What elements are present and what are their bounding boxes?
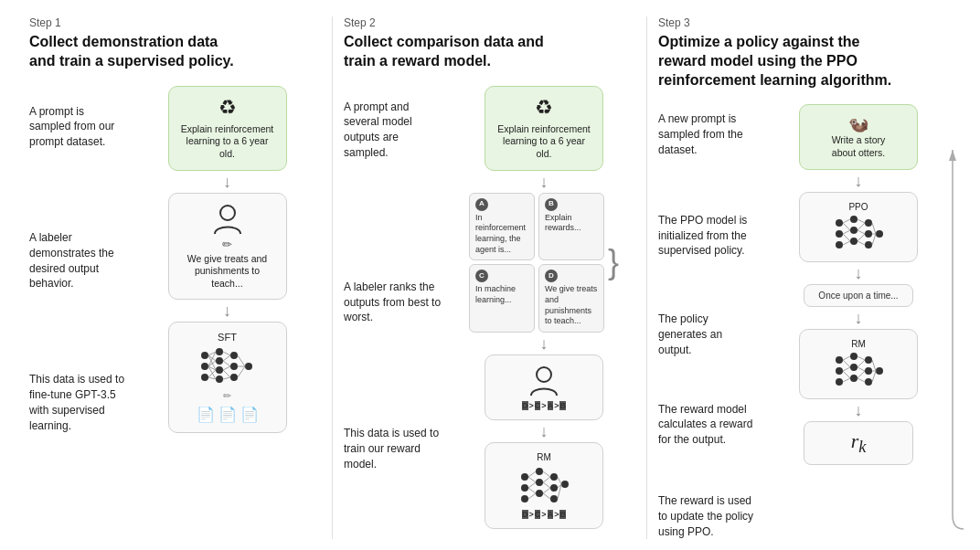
- step3-flow-wrapper: 🦦 Write a storyabout otters. ↓ PPO: [766, 104, 951, 539]
- step3-prompt-card: 🦦 Write a storyabout otters.: [799, 104, 918, 169]
- rm-label: RM: [537, 452, 551, 462]
- svg-line-26: [223, 377, 230, 379]
- svg-point-84: [865, 367, 872, 375]
- step1-label: Step 1: [29, 16, 322, 29]
- ppo-label: PPO: [848, 202, 868, 212]
- svg-point-60: [865, 219, 872, 227]
- step3-title: Optimize a policy against thereward mode…: [658, 33, 951, 90]
- svg-line-29: [238, 366, 245, 377]
- svg-line-27: [238, 355, 245, 366]
- svg-point-62: [865, 241, 872, 249]
- svg-line-92: [858, 356, 865, 360]
- svg-point-8: [230, 352, 238, 359]
- pencil-icon: ✏: [222, 238, 232, 251]
- svg-line-89: [843, 367, 850, 371]
- svg-line-90: [843, 371, 850, 378]
- output-C: C In machine learning...: [469, 264, 535, 333]
- svg-point-11: [245, 363, 252, 370]
- svg-point-56: [836, 241, 843, 249]
- svg-point-81: [850, 364, 858, 371]
- step1-person-label: We give treats andpunishments to teach..…: [180, 253, 275, 291]
- svg-point-85: [865, 378, 872, 386]
- svg-line-23: [223, 361, 230, 366]
- step2-person-card: D > C > A > B: [485, 354, 603, 420]
- svg-line-19: [208, 370, 216, 377]
- step3-ppo-card: PPO: [799, 192, 918, 262]
- svg-line-46: [543, 471, 550, 477]
- step2-text3: This data is used to train our reward mo…: [344, 426, 444, 471]
- svg-point-59: [850, 238, 858, 245]
- step3-arrow2: ↓: [855, 265, 863, 281]
- svg-line-64: [843, 219, 850, 223]
- svg-line-44: [528, 488, 536, 493]
- step3-label: Step 3: [658, 16, 951, 29]
- step1-person-card: ✏ We give treats andpunishments to teach…: [168, 193, 287, 301]
- svg-line-96: [858, 378, 865, 382]
- rm-gt2: >: [541, 510, 546, 519]
- svg-point-4: [216, 348, 223, 355]
- rank-C: C: [535, 401, 541, 410]
- step3-text4: The reward model calculates a reward for…: [658, 402, 759, 448]
- svg-line-22: [223, 355, 230, 361]
- person-icon: [211, 203, 244, 236]
- svg-line-87: [843, 356, 850, 360]
- step2-arrow2: ↓: [540, 335, 549, 352]
- svg-line-41: [528, 471, 536, 477]
- output-D: D We give treats and punishments to teac…: [538, 264, 604, 333]
- svg-line-70: [858, 223, 865, 230]
- step3-text1: A new prompt is sampled from the dataset…: [658, 111, 759, 157]
- svg-point-37: [550, 473, 558, 481]
- gt1: >: [529, 401, 534, 410]
- doc-icon2: 📄: [218, 406, 237, 423]
- step1-prompt-label: Explain reinforcementlearning to a 6 yea…: [180, 123, 275, 161]
- svg-line-69: [858, 219, 865, 223]
- svg-line-71: [858, 230, 865, 234]
- step3-text2: The PPO model is initialized from the su…: [658, 213, 759, 259]
- svg-point-32: [521, 484, 528, 492]
- output-B: B Explain rewards...: [538, 193, 604, 261]
- step3-rm-label: RM: [851, 339, 866, 349]
- step1-text2: A labeler demonstrates the desired outpu…: [29, 230, 125, 291]
- svg-point-7: [216, 375, 223, 383]
- page: Step 1 Collect demonstration dataand tra…: [0, 0, 980, 550]
- svg-line-25: [223, 370, 230, 377]
- svg-point-33: [521, 495, 528, 502]
- docs-row: 📄 📄 📄: [197, 406, 259, 423]
- svg-point-5: [216, 357, 223, 365]
- svg-line-42: [528, 477, 536, 482]
- svg-point-83: [865, 356, 872, 364]
- ppo-network-icon: [832, 212, 885, 252]
- rm-gt1: >: [529, 510, 534, 519]
- svg-line-94: [858, 367, 865, 371]
- svg-line-76: [872, 234, 876, 245]
- rm-gt3: >: [554, 510, 559, 519]
- badge-A: A: [475, 198, 488, 211]
- outputs-group: A In reinforcement learning, the agent i…: [469, 193, 619, 333]
- step2-left-text: A prompt and several model outputs are s…: [344, 86, 444, 540]
- step2-prompt-label: Explain reinforcementlearning to a 6 yea…: [496, 123, 591, 161]
- otter-icon: 🦦: [848, 114, 868, 134]
- step3-left-text: A new prompt is sampled from the dataset…: [658, 104, 759, 539]
- step2-arrow3: ↓: [540, 423, 549, 439]
- output-A-text: In reinforcement learning, the agent is.…: [475, 213, 528, 256]
- gt3: >: [554, 401, 559, 410]
- output-B-text: Explain rewards...: [545, 213, 598, 234]
- step2-prompt-card: ♻ Explain reinforcementlearning to a 6 y…: [485, 86, 603, 171]
- step3-content: A new prompt is sampled from the dataset…: [658, 104, 951, 539]
- svg-point-30: [537, 367, 551, 382]
- badge-D: D: [545, 270, 558, 282]
- svg-line-72: [858, 234, 865, 241]
- svg-line-67: [843, 234, 850, 241]
- step1-title: Collect demonstration dataand train a su…: [29, 33, 322, 71]
- right-brace: }: [608, 246, 619, 279]
- recycle-icon: ♻: [218, 96, 237, 120]
- svg-point-82: [850, 375, 858, 382]
- svg-point-79: [836, 378, 843, 386]
- feedback-arrow: [943, 150, 971, 534]
- step1-content: A prompt is sampled from our prompt data…: [29, 86, 322, 540]
- svg-point-77: [836, 356, 843, 364]
- svg-point-38: [550, 484, 558, 492]
- svg-point-78: [836, 367, 843, 375]
- svg-point-40: [561, 481, 569, 488]
- svg-line-51: [558, 477, 561, 484]
